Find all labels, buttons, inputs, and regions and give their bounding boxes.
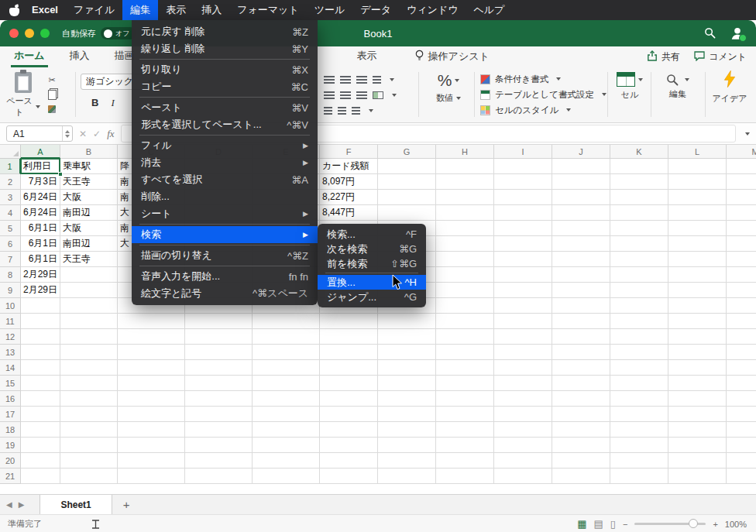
cell-J10[interactable] bbox=[552, 298, 610, 314]
cell-J4[interactable] bbox=[552, 205, 610, 221]
cell-H10[interactable] bbox=[436, 298, 494, 314]
menubar-item-data[interactable]: データ bbox=[352, 0, 399, 20]
cell-B5[interactable]: 大阪 bbox=[60, 221, 118, 236]
cell-A20[interactable] bbox=[21, 453, 60, 469]
cell-M14[interactable] bbox=[727, 360, 756, 376]
next-sheet-icon[interactable]: ▶ bbox=[19, 500, 31, 509]
cell-B13[interactable] bbox=[60, 345, 118, 360]
cell-K21[interactable] bbox=[610, 469, 668, 484]
page-break-view-icon[interactable]: ▯ bbox=[610, 518, 616, 530]
cell-M20[interactable] bbox=[727, 453, 756, 469]
row-header-18[interactable]: 18 bbox=[0, 422, 21, 438]
close-button[interactable] bbox=[9, 29, 19, 38]
cell-A7[interactable]: 6月1日 bbox=[21, 252, 60, 267]
cell-K4[interactable] bbox=[610, 205, 668, 221]
cell-C11[interactable] bbox=[118, 314, 185, 329]
apple-menu[interactable] bbox=[9, 5, 19, 16]
column-header-B[interactable]: B bbox=[60, 145, 118, 159]
merge-cells-icon[interactable] bbox=[373, 91, 383, 99]
cell-I9[interactable] bbox=[494, 283, 552, 298]
cell-C13[interactable] bbox=[118, 345, 185, 360]
cell-L18[interactable] bbox=[668, 422, 727, 438]
cell-B15[interactable] bbox=[60, 376, 118, 391]
cell-G17[interactable] bbox=[378, 407, 436, 422]
cell-L14[interactable] bbox=[668, 360, 727, 376]
edit-menu-item-toggle-drawing[interactable]: 描画の切り替え^⌘Z bbox=[132, 247, 318, 264]
cell-G12[interactable] bbox=[378, 329, 436, 345]
tab-view[interactable]: 表示 bbox=[354, 49, 380, 67]
cell-J3[interactable] bbox=[552, 190, 610, 205]
cell-I12[interactable] bbox=[494, 329, 552, 345]
cell-B16[interactable] bbox=[60, 391, 118, 407]
cell-J17[interactable] bbox=[552, 407, 610, 422]
edit-menu-item-copy[interactable]: コピー⌘C bbox=[132, 78, 318, 95]
stepper-up-icon[interactable] bbox=[65, 130, 70, 133]
select-all-button[interactable] bbox=[0, 145, 21, 159]
cell-K3[interactable] bbox=[610, 190, 668, 205]
account-avatar[interactable] bbox=[730, 26, 745, 41]
cell-H20[interactable] bbox=[436, 453, 494, 469]
zoom-in-button[interactable]: + bbox=[713, 520, 717, 529]
cell-G2[interactable] bbox=[378, 174, 436, 190]
cell-F21[interactable] bbox=[320, 469, 378, 484]
cell-B12[interactable] bbox=[60, 329, 118, 345]
cell-I19[interactable] bbox=[494, 438, 552, 453]
cell-L5[interactable] bbox=[668, 221, 727, 236]
cell-A21[interactable] bbox=[21, 469, 60, 484]
cell-L4[interactable] bbox=[668, 205, 727, 221]
cell-J6[interactable] bbox=[552, 236, 610, 252]
cell-M3[interactable] bbox=[727, 190, 756, 205]
cell-C21[interactable] bbox=[118, 469, 185, 484]
cell-A11[interactable] bbox=[21, 314, 60, 329]
cell-I6[interactable] bbox=[494, 236, 552, 252]
cell-K1[interactable] bbox=[610, 159, 668, 174]
cell-H5[interactable] bbox=[436, 221, 494, 236]
add-sheet-button[interactable]: + bbox=[112, 498, 141, 511]
editing-button[interactable]: 編集 bbox=[655, 72, 700, 100]
cell-D13[interactable] bbox=[185, 345, 253, 360]
cell-K2[interactable] bbox=[610, 174, 668, 190]
cell-F15[interactable] bbox=[320, 376, 378, 391]
cell-J14[interactable] bbox=[552, 360, 610, 376]
cell-I8[interactable] bbox=[494, 267, 552, 283]
column-header-J[interactable]: J bbox=[552, 145, 610, 159]
edit-menu-item-redo-delete[interactable]: 繰り返し 削除⌘Y bbox=[132, 40, 318, 57]
formula-bar-expand-icon[interactable] bbox=[745, 132, 750, 136]
cell-A16[interactable] bbox=[21, 391, 60, 407]
cell-K11[interactable] bbox=[610, 314, 668, 329]
column-header-F[interactable]: F bbox=[320, 145, 378, 159]
cell-H9[interactable] bbox=[436, 283, 494, 298]
cell-M2[interactable] bbox=[727, 174, 756, 190]
cells-button[interactable]: セル bbox=[612, 72, 648, 101]
column-header-H[interactable]: H bbox=[436, 145, 494, 159]
cell-C17[interactable] bbox=[118, 407, 185, 422]
page-layout-view-icon[interactable]: ▤ bbox=[594, 518, 603, 530]
row-header-6[interactable]: 6 bbox=[0, 236, 21, 252]
cell-K9[interactable] bbox=[610, 283, 668, 298]
align-bottom-icon[interactable] bbox=[356, 76, 367, 84]
cell-H1[interactable] bbox=[436, 159, 494, 174]
cell-A13[interactable] bbox=[21, 345, 60, 360]
tell-me-button[interactable]: 操作アシスト bbox=[414, 50, 490, 67]
cell-J2[interactable] bbox=[552, 174, 610, 190]
cell-M13[interactable] bbox=[727, 345, 756, 360]
insert-function-button[interactable]: fx bbox=[107, 128, 114, 140]
ideas-button[interactable]: アイデア bbox=[708, 70, 751, 105]
cell-A15[interactable] bbox=[21, 376, 60, 391]
cell-K18[interactable] bbox=[610, 422, 668, 438]
cell-J5[interactable] bbox=[552, 221, 610, 236]
share-button[interactable]: 共有 bbox=[647, 50, 680, 63]
cell-K6[interactable] bbox=[610, 236, 668, 252]
cell-I16[interactable] bbox=[494, 391, 552, 407]
cell-F4[interactable]: 8,447円 bbox=[320, 205, 378, 221]
fill-handle[interactable] bbox=[58, 172, 63, 177]
cell-G1[interactable] bbox=[378, 159, 436, 174]
edit-menu-item-paste[interactable]: ペースト⌘V bbox=[132, 99, 318, 116]
cell-A1[interactable]: 利用日 bbox=[21, 159, 60, 174]
cell-styles-button[interactable]: セルのスタイル bbox=[480, 102, 607, 118]
format-as-table-button[interactable]: テーブルとして書式設定 bbox=[480, 87, 607, 102]
cell-A17[interactable] bbox=[21, 407, 60, 422]
cell-M17[interactable] bbox=[727, 407, 756, 422]
cell-F13[interactable] bbox=[320, 345, 378, 360]
row-header-20[interactable]: 20 bbox=[0, 453, 21, 469]
